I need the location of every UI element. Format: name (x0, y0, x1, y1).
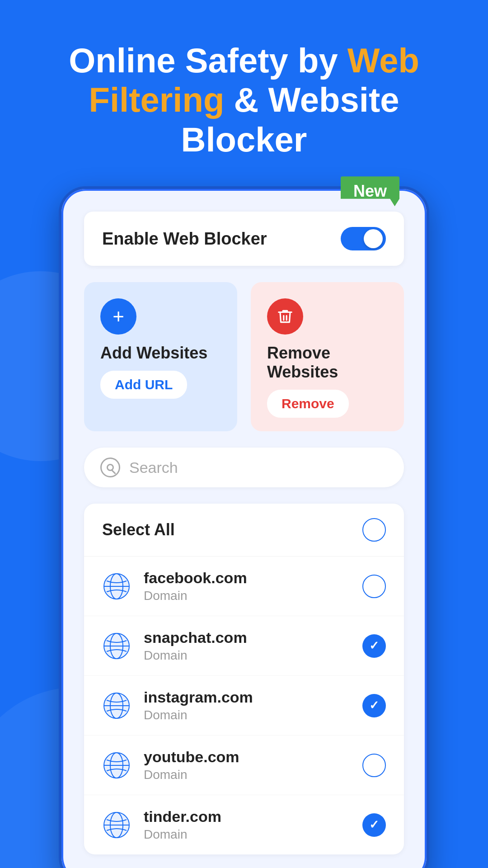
site-type: Domain (144, 648, 350, 663)
add-websites-card: + Add Websites Add URL (84, 282, 237, 431)
header-text-and: & Website (224, 80, 399, 119)
site-info: youtube.com Domain (144, 748, 350, 782)
header-text-web: Web (347, 41, 419, 80)
globe-icon (102, 572, 131, 601)
toggle-knob (364, 229, 383, 248)
website-row[interactable]: youtube.com Domain (84, 736, 404, 795)
globe-icon (102, 751, 131, 780)
checkmark: ✓ (369, 818, 379, 832)
site-info: facebook.com Domain (144, 569, 350, 603)
search-icon-inner (107, 464, 114, 471)
trash-icon (277, 308, 294, 325)
website-checkbox[interactable]: ✓ (362, 813, 386, 837)
search-placeholder: Search (129, 459, 178, 476)
site-type: Domain (144, 827, 350, 842)
site-name: facebook.com (144, 569, 350, 587)
select-all-label: Select All (102, 520, 175, 539)
phone-frame: New Enable Web Blocker + Add Websites Ad… (59, 186, 429, 868)
header-text-part1: Online Safety by (69, 41, 347, 80)
site-info: instagram.com Domain (144, 689, 350, 722)
website-checkbox[interactable] (362, 754, 386, 777)
header-text-filtering: Filtering (89, 80, 225, 119)
site-name: tinder.com (144, 808, 350, 826)
search-icon (100, 458, 120, 477)
site-type: Domain (144, 768, 350, 782)
globe-icon (102, 691, 131, 720)
checkmark: ✓ (369, 639, 379, 653)
website-row[interactable]: tinder.com Domain ✓ (84, 795, 404, 854)
site-name: youtube.com (144, 748, 350, 766)
site-name: instagram.com (144, 689, 350, 706)
select-all-row[interactable]: Select All (84, 504, 404, 557)
add-websites-title: Add Websites (100, 344, 221, 363)
add-url-button[interactable]: Add URL (100, 371, 187, 399)
new-badge: New (341, 176, 399, 206)
remove-button[interactable]: Remove (267, 390, 349, 418)
phone-wrapper: New Enable Web Blocker + Add Websites Ad… (0, 186, 488, 868)
enable-label: Enable Web Blocker (102, 229, 267, 249)
web-blocker-toggle[interactable] (341, 227, 386, 250)
remove-icon-circle (267, 298, 303, 335)
add-icon: + (113, 305, 124, 328)
remove-websites-card: Remove Websites Remove (251, 282, 404, 431)
site-type: Domain (144, 589, 350, 603)
site-name: snapchat.com (144, 629, 350, 646)
header-title: Online Safety by Web Filtering & Website… (36, 41, 452, 159)
website-row[interactable]: instagram.com Domain ✓ (84, 676, 404, 736)
website-checkbox[interactable]: ✓ (362, 694, 386, 717)
site-info: tinder.com Domain (144, 808, 350, 842)
enable-web-blocker-row: Enable Web Blocker (84, 212, 404, 266)
header-section: Online Safety by Web Filtering & Website… (0, 0, 488, 186)
remove-websites-title: Remove Websites (267, 344, 388, 382)
search-bar[interactable]: Search (84, 448, 404, 487)
site-info: snapchat.com Domain (144, 629, 350, 663)
site-type: Domain (144, 708, 350, 722)
website-list-rows: facebook.com Domain snapchat.com Domain … (84, 557, 404, 854)
header-text-blocker: Blocker (181, 120, 307, 159)
globe-icon (102, 632, 131, 660)
globe-icon (102, 811, 131, 840)
website-checkbox[interactable]: ✓ (362, 634, 386, 658)
website-list: Select All facebook.com Domain (84, 504, 404, 854)
website-row[interactable]: facebook.com Domain (84, 557, 404, 616)
website-row[interactable]: snapchat.com Domain ✓ (84, 616, 404, 676)
add-icon-circle: + (100, 298, 136, 335)
action-cards: + Add Websites Add URL Remove Websites (84, 282, 404, 431)
select-all-checkbox[interactable] (362, 518, 386, 542)
checkmark: ✓ (369, 698, 379, 712)
website-checkbox[interactable] (362, 575, 386, 598)
